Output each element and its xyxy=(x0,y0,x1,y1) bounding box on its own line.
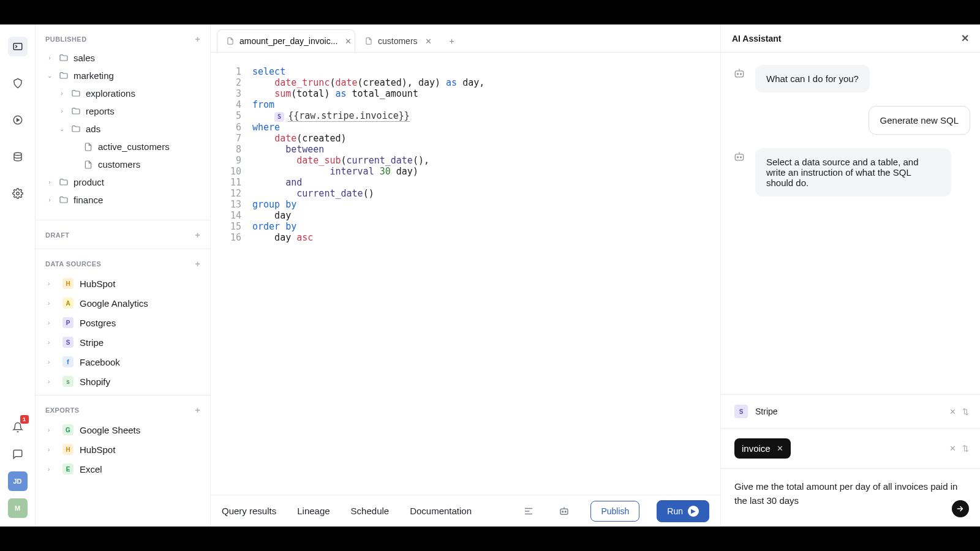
section-exports: EXPORTS + xyxy=(36,395,210,420)
document-icon xyxy=(364,37,373,45)
data-source-item[interactable]: ›AGoogle Analytics xyxy=(36,293,210,313)
source-label: Google Analytics xyxy=(80,298,148,309)
icon-rail: 1 JD M xyxy=(0,24,36,527)
bottom-tab[interactable]: Schedule xyxy=(351,506,390,516)
remove-chip-icon[interactable]: ✕ xyxy=(777,444,783,453)
notification-count: 1 xyxy=(20,415,29,424)
code-editor[interactable]: 1select2 date_trunc(date(created), day) … xyxy=(211,53,720,495)
table-dropdown-icon[interactable]: ⇅ xyxy=(962,444,969,453)
bottom-tab[interactable]: Documentation xyxy=(410,506,472,516)
add-published-icon[interactable]: + xyxy=(195,34,200,44)
line-number: 11 xyxy=(225,177,252,188)
tree-item-label: finance xyxy=(74,195,103,205)
folder-icon xyxy=(71,124,81,134)
tree-item[interactable]: ⌄ads xyxy=(40,120,205,138)
caret-icon: › xyxy=(58,90,66,97)
source-selector[interactable]: S Stripe ✕⇅ xyxy=(721,395,980,429)
data-source-item[interactable]: ›GGoogle Sheets xyxy=(36,420,210,440)
editor-tab[interactable]: amount_per_day_invoic...✕ xyxy=(217,29,355,52)
nav-models-icon[interactable] xyxy=(8,73,28,93)
user-action-chip[interactable]: Generate new SQL xyxy=(869,106,970,135)
bottom-tabs: Query resultsLineageScheduleDocumentatio… xyxy=(222,506,472,516)
data-source-item[interactable]: ›fFacebook xyxy=(36,352,210,372)
file-icon xyxy=(83,142,93,152)
publish-button[interactable]: Publish xyxy=(590,501,639,522)
source-label: HubSpot xyxy=(80,279,115,289)
tree-item-label: customers xyxy=(98,159,140,170)
caret-icon: › xyxy=(45,54,54,61)
close-tab-icon[interactable]: ✕ xyxy=(425,37,432,46)
source-badge: f xyxy=(62,356,74,367)
tree-item[interactable]: ›reports xyxy=(40,102,205,120)
source-badge: G xyxy=(62,424,74,435)
assistant-icon[interactable] xyxy=(555,506,573,517)
run-button[interactable]: Run ▶ xyxy=(657,500,709,522)
section-label: DATA SOURCES xyxy=(45,260,101,268)
chat-icon[interactable] xyxy=(8,444,28,464)
bottom-tab[interactable]: Lineage xyxy=(297,506,330,516)
source-label: Stripe xyxy=(80,337,104,348)
tree-item[interactable]: ›explorations xyxy=(40,84,205,102)
nav-runs-icon[interactable] xyxy=(8,110,28,130)
tree-item[interactable]: ›finance xyxy=(40,191,205,209)
svg-point-2 xyxy=(14,152,21,156)
data-source-item[interactable]: ›HHubSpot xyxy=(36,440,210,459)
tree-item[interactable]: active_customers xyxy=(40,138,205,156)
close-assistant-icon[interactable]: ✕ xyxy=(961,32,969,44)
nav-settings-icon[interactable] xyxy=(8,184,28,203)
line-number: 13 xyxy=(225,199,252,210)
add-data-source-icon[interactable]: + xyxy=(195,259,200,269)
add-export-icon[interactable]: + xyxy=(195,405,200,415)
assistant-instruction: Select a data source and a table, and wr… xyxy=(755,148,951,197)
nav-sql-icon[interactable] xyxy=(8,37,28,56)
clear-source-icon[interactable]: ✕ xyxy=(949,407,956,416)
line-number: 12 xyxy=(225,188,252,199)
send-button[interactable] xyxy=(952,500,969,517)
svg-rect-4 xyxy=(560,509,568,514)
tree-item[interactable]: ›product xyxy=(40,173,205,191)
tab-add-button[interactable]: + xyxy=(441,31,463,51)
svg-point-12 xyxy=(741,157,742,158)
tree-item[interactable]: ›sales xyxy=(40,49,205,67)
data-source-item[interactable]: ›sShopify xyxy=(36,372,210,391)
folder-icon xyxy=(59,71,69,81)
svg-point-8 xyxy=(737,73,739,75)
data-source-item[interactable]: ›SStripe xyxy=(36,332,210,352)
run-label: Run xyxy=(667,506,683,516)
caret-icon: › xyxy=(48,446,56,453)
section-label: DRAFT xyxy=(45,231,69,239)
folder-icon xyxy=(59,195,69,205)
editor-tab[interactable]: customers✕ xyxy=(355,29,441,52)
tree-item-label: ads xyxy=(86,124,100,134)
close-tab-icon[interactable]: ✕ xyxy=(345,37,352,46)
avatar-user-1[interactable]: JD xyxy=(8,471,28,491)
data-source-item[interactable]: ›EExcel xyxy=(36,459,210,479)
add-draft-icon[interactable]: + xyxy=(195,230,200,240)
bottom-tab[interactable]: Query results xyxy=(222,506,276,516)
format-icon[interactable] xyxy=(519,506,538,517)
svg-point-9 xyxy=(741,73,742,75)
section-published: PUBLISHED + xyxy=(36,24,210,49)
svg-rect-0 xyxy=(13,43,22,50)
tree-item[interactable]: ⌄marketing xyxy=(40,67,205,84)
source-label: Excel xyxy=(80,464,102,474)
tree-item-label: active_customers xyxy=(98,141,170,152)
tree-item[interactable]: customers xyxy=(40,156,205,173)
data-source-item[interactable]: ›HHubSpot xyxy=(36,274,210,293)
avatar-user-2[interactable]: M xyxy=(8,498,28,518)
line-number: 3 xyxy=(225,88,252,99)
line-number: 5 xyxy=(225,110,252,121)
prompt-textarea[interactable]: Give me the total amount per day of all … xyxy=(721,469,980,527)
notifications-button[interactable]: 1 xyxy=(8,418,28,437)
source-label: Facebook xyxy=(80,357,120,367)
nav-sync-icon[interactable] xyxy=(8,147,28,167)
clear-table-icon[interactable]: ✕ xyxy=(949,444,956,453)
caret-icon: › xyxy=(48,280,56,287)
published-tree: ›sales⌄marketing›explorations›reports⌄ad… xyxy=(36,49,210,216)
sidebar: PUBLISHED + ›sales⌄marketing›exploration… xyxy=(36,24,211,527)
source-dropdown-icon[interactable]: ⇅ xyxy=(962,407,969,416)
table-selector[interactable]: invoice ✕ ✕⇅ xyxy=(721,429,980,469)
folder-icon xyxy=(71,107,81,116)
data-source-item[interactable]: ›PPostgres xyxy=(36,313,210,332)
tab-label: customers xyxy=(378,36,418,46)
